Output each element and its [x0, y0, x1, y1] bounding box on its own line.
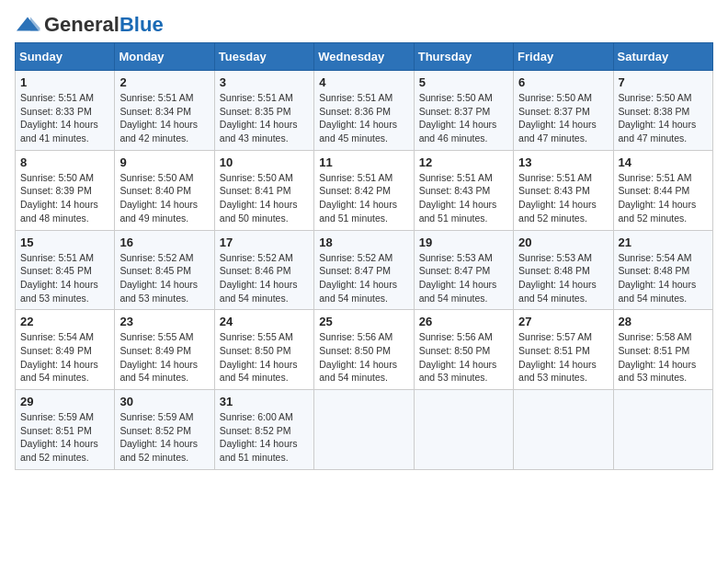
page-header: GeneralBlue [15, 15, 713, 35]
day-cell: 1 Sunrise: 5:51 AM Sunset: 8:33 PM Dayli… [16, 71, 115, 151]
day-info: Sunrise: 5:50 AM Sunset: 8:39 PM Dayligh… [20, 171, 109, 225]
day-info: Sunrise: 5:52 AM Sunset: 8:45 PM Dayligh… [119, 251, 209, 305]
day-cell [514, 390, 613, 470]
day-number: 25 [319, 315, 408, 328]
sunset-label: Sunset: 8:46 PM [220, 265, 291, 276]
daylight-label: Daylight: 14 hours and 52 minutes. [518, 199, 597, 224]
day-info: Sunrise: 5:50 AM Sunset: 8:40 PM Dayligh… [119, 171, 209, 225]
logo: GeneralBlue [15, 15, 164, 35]
sunset-label: Sunset: 8:50 PM [220, 345, 291, 356]
sunset-label: Sunset: 8:52 PM [119, 425, 191, 436]
day-info: Sunrise: 5:50 AM Sunset: 8:38 PM Dayligh… [619, 91, 708, 145]
day-info: Sunrise: 5:50 AM Sunset: 8:37 PM Dayligh… [518, 91, 608, 145]
sunset-label: Sunset: 8:47 PM [319, 265, 391, 276]
day-info: Sunrise: 5:52 AM Sunset: 8:46 PM Dayligh… [220, 251, 309, 305]
sunrise-label: Sunrise: 5:51 AM [518, 172, 592, 183]
sunset-label: Sunset: 8:36 PM [319, 106, 391, 117]
sunset-label: Sunset: 8:49 PM [20, 345, 92, 356]
day-info: Sunrise: 5:58 AM Sunset: 8:51 PM Dayligh… [619, 330, 708, 385]
weekday-cell: Saturday [613, 43, 712, 71]
daylight-label: Daylight: 14 hours and 53 minutes. [119, 279, 198, 304]
day-info: Sunrise: 5:51 AM Sunset: 8:35 PM Dayligh… [220, 91, 309, 145]
sunrise-label: Sunrise: 5:51 AM [319, 92, 392, 103]
day-number: 7 [619, 75, 708, 89]
day-cell: 28 Sunrise: 5:58 AM Sunset: 8:51 PM Dayl… [613, 310, 712, 390]
day-cell: 13 Sunrise: 5:51 AM Sunset: 8:43 PM Dayl… [514, 150, 613, 230]
day-cell [613, 390, 712, 470]
daylight-label: Daylight: 14 hours and 53 minutes. [619, 359, 697, 384]
sunset-label: Sunset: 8:47 PM [419, 265, 491, 276]
sunrise-label: Sunrise: 5:51 AM [419, 172, 493, 183]
day-number: 23 [119, 315, 209, 328]
sunset-label: Sunset: 8:40 PM [119, 185, 191, 196]
day-cell: 31 Sunrise: 6:00 AM Sunset: 8:52 PM Dayl… [214, 390, 313, 470]
day-info: Sunrise: 5:55 AM Sunset: 8:50 PM Dayligh… [220, 330, 309, 385]
daylight-label: Daylight: 14 hours and 47 minutes. [518, 119, 597, 144]
sunset-label: Sunset: 8:38 PM [619, 106, 690, 117]
day-number: 8 [20, 155, 109, 169]
daylight-label: Daylight: 14 hours and 45 minutes. [319, 119, 397, 144]
day-number: 6 [518, 75, 608, 89]
day-cell: 7 Sunrise: 5:50 AM Sunset: 8:38 PM Dayli… [613, 71, 712, 151]
sunrise-label: Sunrise: 5:50 AM [518, 92, 592, 103]
week-row: 22 Sunrise: 5:54 AM Sunset: 8:49 PM Dayl… [16, 310, 713, 390]
sunset-label: Sunset: 8:45 PM [20, 265, 92, 276]
day-cell: 27 Sunrise: 5:57 AM Sunset: 8:51 PM Dayl… [514, 310, 613, 390]
day-number: 15 [20, 236, 109, 249]
day-cell: 25 Sunrise: 5:56 AM Sunset: 8:50 PM Dayl… [314, 310, 414, 390]
sunset-label: Sunset: 8:48 PM [518, 265, 590, 276]
daylight-label: Daylight: 14 hours and 53 minutes. [20, 279, 98, 304]
day-cell: 19 Sunrise: 5:53 AM Sunset: 8:47 PM Dayl… [414, 230, 513, 310]
calendar-header: SundayMondayTuesdayWednesdayThursdayFrid… [16, 43, 713, 71]
day-number: 20 [518, 236, 608, 249]
sunrise-label: Sunrise: 5:50 AM [20, 172, 94, 183]
day-number: 12 [419, 155, 508, 169]
daylight-label: Daylight: 14 hours and 54 minutes. [119, 359, 198, 384]
sunrise-label: Sunrise: 5:55 AM [220, 331, 293, 342]
day-info: Sunrise: 5:52 AM Sunset: 8:47 PM Dayligh… [319, 251, 408, 305]
day-info: Sunrise: 5:51 AM Sunset: 8:34 PM Dayligh… [119, 91, 209, 145]
day-cell: 24 Sunrise: 5:55 AM Sunset: 8:50 PM Dayl… [214, 310, 313, 390]
sunrise-label: Sunrise: 5:54 AM [619, 252, 692, 263]
day-number: 26 [419, 315, 508, 328]
daylight-label: Daylight: 14 hours and 52 minutes. [119, 438, 198, 463]
sunrise-label: Sunrise: 5:50 AM [619, 92, 692, 103]
day-number: 5 [419, 75, 508, 89]
day-info: Sunrise: 5:54 AM Sunset: 8:49 PM Dayligh… [20, 330, 109, 385]
sunset-label: Sunset: 8:39 PM [20, 185, 92, 196]
calendar-table: SundayMondayTuesdayWednesdayThursdayFrid… [15, 42, 713, 470]
day-cell: 20 Sunrise: 5:53 AM Sunset: 8:48 PM Dayl… [514, 230, 613, 310]
day-cell: 5 Sunrise: 5:50 AM Sunset: 8:37 PM Dayli… [414, 71, 513, 151]
daylight-label: Daylight: 14 hours and 54 minutes. [419, 279, 497, 304]
day-info: Sunrise: 5:51 AM Sunset: 8:44 PM Dayligh… [619, 171, 708, 225]
day-number: 30 [119, 395, 209, 408]
day-cell: 4 Sunrise: 5:51 AM Sunset: 8:36 PM Dayli… [314, 71, 414, 151]
sunrise-label: Sunrise: 5:50 AM [119, 172, 193, 183]
sunrise-label: Sunrise: 5:53 AM [518, 252, 592, 263]
day-cell: 12 Sunrise: 5:51 AM Sunset: 8:43 PM Dayl… [414, 150, 513, 230]
day-info: Sunrise: 5:53 AM Sunset: 8:48 PM Dayligh… [518, 251, 608, 305]
day-info: Sunrise: 6:00 AM Sunset: 8:52 PM Dayligh… [220, 410, 309, 465]
daylight-label: Daylight: 14 hours and 53 minutes. [518, 359, 597, 384]
sunrise-label: Sunrise: 5:51 AM [619, 172, 692, 183]
sunrise-label: Sunrise: 5:51 AM [319, 172, 392, 183]
day-cell: 26 Sunrise: 5:56 AM Sunset: 8:50 PM Dayl… [414, 310, 513, 390]
daylight-label: Daylight: 14 hours and 51 minutes. [419, 199, 497, 224]
sunrise-label: Sunrise: 5:55 AM [119, 331, 193, 342]
daylight-label: Daylight: 14 hours and 54 minutes. [220, 279, 298, 304]
sunrise-label: Sunrise: 5:58 AM [619, 331, 692, 342]
daylight-label: Daylight: 14 hours and 49 minutes. [119, 199, 198, 224]
day-number: 11 [319, 155, 408, 169]
sunset-label: Sunset: 8:48 PM [619, 265, 690, 276]
daylight-label: Daylight: 14 hours and 52 minutes. [619, 199, 697, 224]
day-cell: 16 Sunrise: 5:52 AM Sunset: 8:45 PM Dayl… [115, 230, 214, 310]
sunrise-label: Sunrise: 5:51 AM [20, 252, 94, 263]
daylight-label: Daylight: 14 hours and 47 minutes. [619, 119, 697, 144]
day-info: Sunrise: 5:51 AM Sunset: 8:42 PM Dayligh… [319, 171, 408, 225]
sunset-label: Sunset: 8:43 PM [419, 185, 491, 196]
day-cell: 8 Sunrise: 5:50 AM Sunset: 8:39 PM Dayli… [16, 150, 115, 230]
sunset-label: Sunset: 8:37 PM [419, 106, 491, 117]
day-number: 21 [619, 236, 708, 249]
day-number: 10 [220, 155, 309, 169]
sunrise-label: Sunrise: 5:51 AM [20, 92, 94, 103]
